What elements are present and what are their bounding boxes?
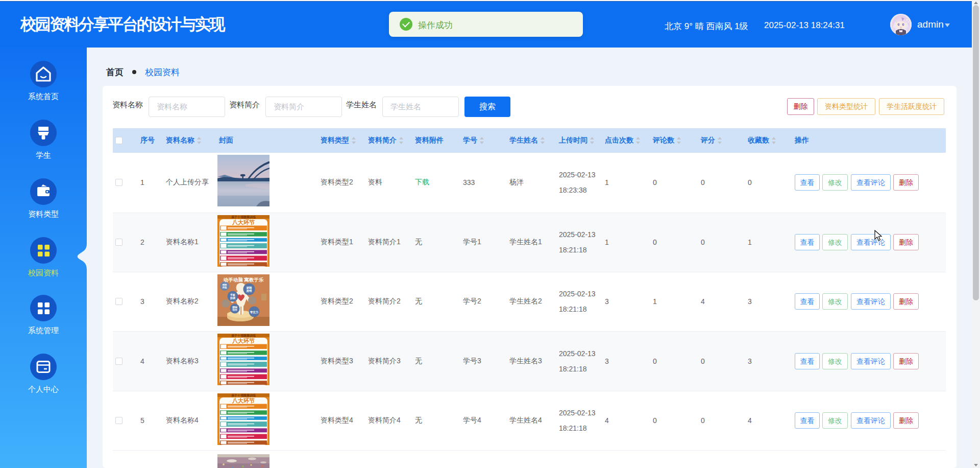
svg-text:亲子十项微脑训练: 亲子十项微脑训练 — [231, 393, 256, 397]
svg-text:专注力: 专注力 — [250, 310, 259, 313]
svg-text:亲子十项微脑训练: 亲子十项微脑训练 — [231, 334, 256, 338]
svg-text:八大环节: 八大环节 — [232, 397, 255, 404]
svg-text:动作: 动作 — [232, 309, 237, 311]
svg-text:八大环节: 八大环节 — [232, 219, 255, 225]
svg-text:思维: 思维 — [246, 289, 253, 293]
svg-text:八大环节: 八大环节 — [232, 338, 255, 344]
svg-text:动手动脑 寓教于乐: 动手动脑 寓教于乐 — [223, 276, 264, 282]
svg-text:亲子十项微脑训练: 亲子十项微脑训练 — [231, 215, 256, 219]
svg-text:协调: 协调 — [230, 296, 235, 299]
